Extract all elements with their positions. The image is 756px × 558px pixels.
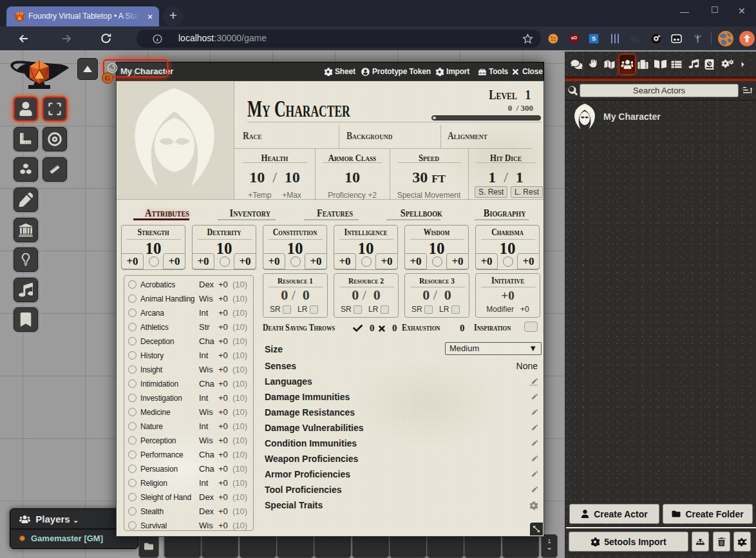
svg-text:S: S [592,35,596,42]
svg-text:D: D [630,35,636,44]
svg-text:uO: uO [571,35,577,40]
